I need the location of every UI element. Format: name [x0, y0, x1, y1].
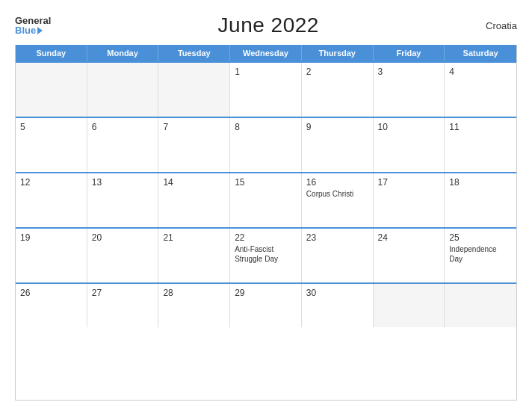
calendar-page: General Blue June 2022 Croatia Sunday Mo… — [0, 0, 532, 411]
header-thursday: Thursday — [302, 45, 374, 61]
header-sunday: Sunday — [16, 45, 87, 61]
table-row: 29 — [230, 284, 302, 327]
cal-row-4: 19 20 21 22 Anti-Fascist Struggle Day 23… — [16, 227, 516, 282]
logo: General Blue — [15, 16, 51, 35]
table-row: 3 — [374, 63, 445, 117]
table-row: 6 — [87, 118, 159, 172]
table-row: 1 — [230, 63, 302, 117]
table-row — [16, 63, 87, 117]
cal-row-1: 1 2 3 4 — [16, 61, 516, 117]
table-row: 13 — [87, 173, 159, 227]
table-row: 9 — [302, 118, 374, 172]
calendar-header-row: Sunday Monday Tuesday Wednesday Thursday… — [16, 45, 516, 61]
table-row: 17 — [374, 173, 445, 227]
table-row: 24 — [374, 229, 445, 282]
table-row: 28 — [158, 284, 230, 327]
logo-blue-text: Blue — [15, 25, 43, 35]
table-row — [374, 284, 445, 327]
cal-row-3: 12 13 14 15 16 Corpus Christi 17 18 — [16, 172, 516, 227]
table-row: 20 — [87, 229, 159, 282]
table-row: 18 — [445, 173, 516, 227]
cal-row-5: 26 27 28 29 30 — [16, 282, 516, 327]
table-row: 30 — [302, 284, 374, 327]
header: General Blue June 2022 Croatia — [15, 13, 517, 37]
table-row: 26 — [16, 284, 87, 327]
table-row: 22 Anti-Fascist Struggle Day — [230, 229, 302, 282]
header-wednesday: Wednesday — [230, 45, 302, 61]
calendar-body: 1 2 3 4 5 6 7 8 9 10 11 12 13 14 15 — [16, 61, 516, 327]
header-tuesday: Tuesday — [158, 45, 230, 61]
table-row: 23 — [302, 229, 374, 282]
header-monday: Monday — [87, 45, 159, 61]
calendar-title: June 2022 — [218, 13, 319, 37]
table-row: 7 — [158, 118, 230, 172]
table-row: 2 — [302, 63, 374, 117]
table-row: 12 — [16, 173, 87, 227]
table-row: 25 Independence Day — [445, 229, 516, 282]
table-row: 11 — [445, 118, 516, 172]
table-row: 27 — [87, 284, 159, 327]
table-row: 19 — [16, 229, 87, 282]
table-row — [158, 63, 230, 117]
logo-triangle-icon — [37, 27, 43, 34]
country-label: Croatia — [486, 20, 517, 31]
cal-row-2: 5 6 7 8 9 10 11 — [16, 117, 516, 172]
header-friday: Friday — [374, 45, 445, 61]
header-saturday: Saturday — [445, 45, 516, 61]
table-row: 10 — [374, 118, 445, 172]
table-row — [445, 284, 516, 327]
table-row: 16 Corpus Christi — [302, 173, 374, 227]
table-row: 8 — [230, 118, 302, 172]
table-row: 21 — [158, 229, 230, 282]
table-row: 15 — [230, 173, 302, 227]
table-row: 14 — [158, 173, 230, 227]
table-row — [87, 63, 159, 117]
table-row: 4 — [445, 63, 516, 117]
calendar: Sunday Monday Tuesday Wednesday Thursday… — [15, 45, 517, 401]
table-row: 5 — [16, 118, 87, 172]
